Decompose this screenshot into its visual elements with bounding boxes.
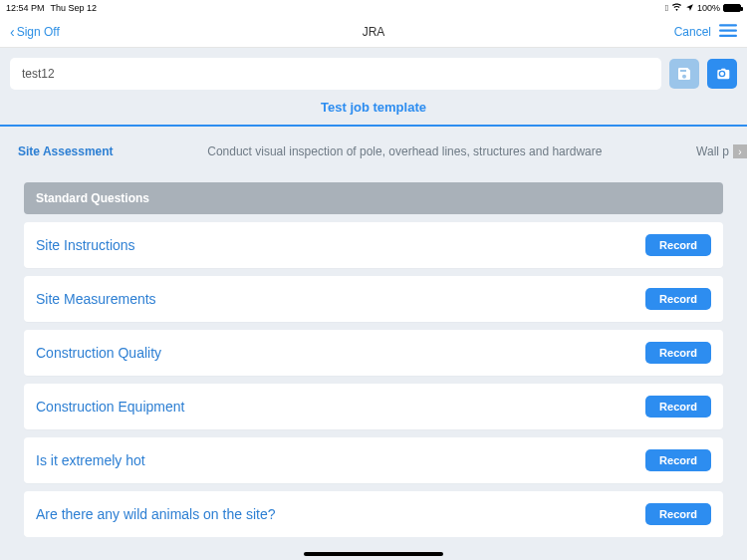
record-button[interactable]: Record bbox=[645, 503, 711, 525]
tab-visual-inspection[interactable]: Conduct visual inspection of pole, overh… bbox=[133, 144, 676, 158]
question-card[interactable]: Site Instructions Record bbox=[24, 222, 723, 268]
svg-rect-0 bbox=[719, 24, 737, 26]
tab-site-assessment[interactable]: Site Assessment bbox=[18, 144, 114, 158]
tab-wall[interactable]: Wall p bbox=[696, 144, 729, 158]
question-title: Construction Quality bbox=[36, 345, 161, 361]
record-button[interactable]: Record bbox=[645, 449, 711, 471]
template-name: Test job template bbox=[0, 100, 747, 125]
cancel-button[interactable]: Cancel bbox=[674, 25, 711, 39]
back-label: Sign Off bbox=[17, 25, 60, 39]
status-date: Thu Sep 12 bbox=[51, 3, 98, 13]
ios-status-bar: 12:54 PM Thu Sep 12 􀙇 100% bbox=[0, 0, 747, 16]
question-card[interactable]: Construction Equipment Record bbox=[24, 384, 723, 429]
question-title: Construction Equipment bbox=[36, 399, 184, 415]
record-button[interactable]: Record bbox=[645, 396, 711, 418]
section-header: Standard Questions bbox=[24, 182, 723, 214]
back-button[interactable]: ‹ Sign Off bbox=[10, 24, 60, 40]
question-title: Are there any wild animals on the site? bbox=[36, 506, 275, 522]
question-list: Site Instructions Record Site Measuremen… bbox=[0, 222, 747, 537]
location-icon bbox=[685, 3, 694, 14]
tab-bar: Site Assessment Conduct visual inspectio… bbox=[0, 127, 747, 172]
question-card[interactable]: Are there any wild animals on the site? … bbox=[24, 491, 723, 537]
camera-button[interactable] bbox=[707, 59, 737, 89]
scroll-right-icon[interactable]: › bbox=[733, 144, 747, 158]
menu-icon[interactable] bbox=[719, 23, 737, 41]
question-card[interactable]: Site Measurements Record bbox=[24, 276, 723, 322]
record-button[interactable]: Record bbox=[645, 234, 711, 256]
question-title: Site Measurements bbox=[36, 291, 156, 307]
battery-icon bbox=[723, 4, 741, 12]
svg-rect-1 bbox=[719, 29, 737, 31]
title-row bbox=[0, 48, 747, 100]
save-icon bbox=[676, 66, 692, 82]
question-card[interactable]: Is it extremely hot Record bbox=[24, 437, 723, 483]
job-title-input[interactable] bbox=[10, 58, 661, 90]
status-time: 12:54 PM bbox=[6, 3, 45, 13]
nav-bar: ‹ Sign Off JRA Cancel bbox=[0, 16, 747, 48]
svg-rect-2 bbox=[719, 34, 737, 36]
cellular-icon: 􀙇 bbox=[665, 3, 668, 13]
wifi-icon bbox=[671, 3, 682, 14]
question-card[interactable]: Construction Quality Record bbox=[24, 330, 723, 376]
save-button[interactable] bbox=[669, 59, 699, 89]
question-title: Is it extremely hot bbox=[36, 452, 145, 468]
record-button[interactable]: Record bbox=[645, 288, 711, 310]
chevron-left-icon: ‹ bbox=[10, 24, 15, 40]
page-title: JRA bbox=[363, 25, 385, 39]
battery-percent: 100% bbox=[697, 3, 720, 13]
home-indicator bbox=[304, 552, 443, 556]
camera-icon bbox=[714, 66, 730, 82]
record-button[interactable]: Record bbox=[645, 342, 711, 364]
question-title: Site Instructions bbox=[36, 237, 135, 253]
